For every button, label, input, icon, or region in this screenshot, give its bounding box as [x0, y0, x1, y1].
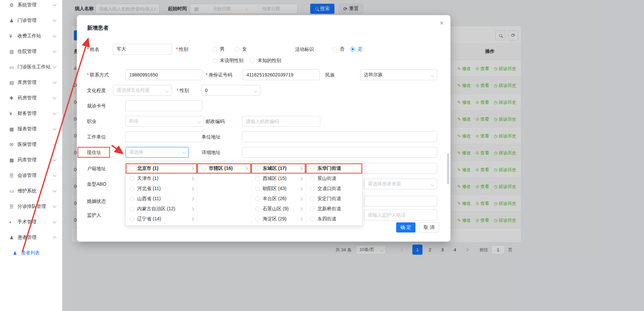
radio-icon [130, 176, 135, 181]
unit-address-input[interactable] [242, 131, 437, 142]
cascader-option-chaoyang[interactable]: 朝阳区 (43) [251, 184, 306, 194]
chevron-down-icon [53, 49, 56, 53]
cascader-option-andingmen[interactable]: 安定门街道 [306, 194, 362, 204]
radio-icon [235, 47, 239, 52]
sidebar-item-maintenance-system[interactable]: ▭ 维护系统 [0, 183, 62, 199]
sidebar-item-label: 门诊管理 [18, 18, 53, 24]
sidebar-item-system-management[interactable]: ⚙ 系统管理 [0, 0, 62, 13]
marital-right-input[interactable] [364, 196, 437, 207]
cascader-option-tianjin[interactable]: 天津市 (1) [126, 174, 197, 184]
patient-source-select[interactable]: 请选择患者来源 [364, 179, 437, 189]
sidebar-item-inpatient-management[interactable]: ▥ 住院管理 [0, 44, 62, 59]
sidebar-item-surgery-management[interactable]: ▪ 手术管理 [0, 214, 62, 230]
chevron-down-icon [166, 89, 169, 93]
household-address-label: 户籍地址 [87, 163, 106, 174]
id-number-input[interactable] [243, 69, 320, 80]
bar-chart-icon: ▥ [9, 49, 18, 54]
sidebar-item-label: 系统管理 [18, 2, 53, 8]
cascader-option-beijing[interactable]: 北京市 (1) [126, 163, 197, 174]
cascader-option-dongcheng[interactable]: 东城区 (17) [251, 163, 306, 174]
cascader-option-donghuamen[interactable]: 东华门街道 [306, 163, 362, 174]
yen-icon: ¥ [9, 111, 18, 116]
active-flag-radio-group: 否 是 [332, 44, 362, 55]
gender-radio-female[interactable]: 女 [235, 46, 247, 52]
cascader-option-beixinqiao[interactable]: 北新桥街道 [306, 204, 362, 214]
sidebar-item-triage-queue-management[interactable]: ☰ 分诊排队管理 [0, 199, 62, 214]
chevron-down-icon [53, 111, 56, 115]
cascader-option-dongsi[interactable]: 东四街道 [306, 214, 362, 224]
sidebar-item-consultation-management[interactable]: ☰ 会诊管理 [0, 168, 62, 183]
gender-radio-unstated[interactable]: 未说明性别 [212, 58, 243, 64]
cancel-button[interactable]: 取 消 [419, 222, 439, 232]
chevron-right-icon [191, 177, 194, 180]
sidebar-item-label: 会诊管理 [18, 173, 53, 179]
sidebar-item-report-management[interactable]: ▦ 报表管理 [0, 121, 62, 137]
cascader-option-shixiaqu[interactable]: 市辖区 (16) [197, 163, 251, 174]
occupation-select[interactable]: 职业 [125, 116, 204, 127]
sidebar: ⚙ 系统管理 ♟ 门诊管理 ¥ 收费工作站 ▥ 住院管理 ▭ 门诊医生工作站 ▤… [0, 0, 62, 311]
contact-input[interactable] [125, 69, 202, 80]
sidebar-item-outpatient-doctor-workstation[interactable]: ▭ 门诊医生工作站 [0, 59, 62, 75]
yen-icon: ¥ [9, 33, 18, 39]
gender-radio-male[interactable]: 男 [212, 46, 225, 52]
sidebar-menu: ⚙ 系统管理 ♟ 门诊管理 ¥ 收费工作站 ▥ 住院管理 ▭ 门诊医生工作站 ▤… [0, 0, 62, 261]
sidebar-item-label: 患者管理 [18, 235, 53, 241]
confirm-button[interactable]: 确 定 [396, 222, 415, 232]
radio-icon [130, 196, 135, 201]
detail-address-input[interactable] [242, 147, 437, 158]
cascader-option-neimenggu[interactable]: 内蒙古自治区 (12) [126, 204, 197, 214]
cascader-option-haidian[interactable]: 海淀区 (29) [251, 214, 306, 224]
cascader-option-fengtai[interactable]: 丰台区 (26) [251, 194, 306, 204]
sidebar-item-label: 报表管理 [18, 126, 53, 132]
active-flag-radio-yes[interactable]: 是 [350, 46, 362, 52]
chevron-down-icon [53, 95, 56, 99]
modal-scrollbar[interactable] [447, 153, 449, 184]
radio-icon [255, 166, 260, 171]
sidebar-item-pharmacy-management[interactable]: ✚ 药房管理 [0, 90, 62, 106]
education-label: 文化程度 [87, 85, 106, 96]
people-icon: ♟ [9, 18, 18, 23]
work-unit-input[interactable] [125, 131, 204, 142]
required-star: * [177, 88, 178, 93]
close-icon[interactable]: × [440, 19, 444, 27]
active-flag-radio-no[interactable]: 否 [332, 46, 344, 52]
guardian-label: 监护人 [87, 210, 101, 220]
sidebar-item-insurance-management[interactable]: ✉ 医保管理 [0, 137, 62, 152]
radio-icon [255, 196, 260, 201]
occupation-placeholder: 职业 [129, 118, 139, 124]
gender-radio-group-extra: 未说明性别 未知的性别 [212, 55, 281, 66]
radio-icon [310, 217, 315, 221]
cascader-option-jiaodaokou[interactable]: 交道口街道 [306, 184, 362, 194]
sidebar-item-finance-management[interactable]: ¥ 财务管理 [0, 106, 62, 121]
cascader-option-shanxi[interactable]: 山西省 (11) [126, 194, 197, 204]
gender-radio-unknown[interactable]: 未知的性别 [250, 58, 281, 64]
current-address-select[interactable]: 请选择 [125, 147, 189, 158]
occupation-label: 职业 [87, 116, 96, 127]
cascader-option-xicheng[interactable]: 西城区 (15) [251, 174, 306, 184]
chevron-down-icon [53, 173, 56, 177]
gender2-select[interactable]: 0 [201, 85, 260, 96]
sidebar-item-warehouse-management[interactable]: ▤ 库房管理 [0, 75, 62, 90]
nation-select[interactable]: 达斡尔族 [360, 69, 437, 80]
unit-address-label: 单位地址 [202, 131, 221, 142]
name-input[interactable] [113, 44, 172, 55]
sidebar-item-label: 门诊医生工作站 [18, 64, 53, 70]
postcode-input[interactable] [242, 116, 320, 127]
sidebar-item-label: 财务管理 [18, 111, 53, 117]
sidebar-item-outpatient-management[interactable]: ♟ 门诊管理 [0, 13, 62, 28]
sidebar-item-patient-management[interactable]: ♟ 患者管理 [0, 230, 62, 245]
sidebar-item-patient-list[interactable]: ♟ 患者列表 [0, 245, 62, 261]
cascader-option-liaoning[interactable]: 辽宁省 (14) [126, 214, 197, 224]
cascader-street-column: 东华门街道 景山街道 交道口街道 安定门街道 北新桥街道 东四街道 [306, 161, 362, 225]
cascader-option-hebei[interactable]: 河北省 (11) [126, 184, 197, 194]
sidebar-item-drug-storage-management[interactable]: ▩ 药库管理 [0, 152, 62, 168]
card-no-input[interactable] [125, 100, 202, 111]
sidebar-item-label: 库房管理 [18, 80, 53, 86]
required-star: * [87, 46, 89, 52]
sidebar-subitem-label: 患者列表 [21, 250, 56, 256]
cascader-option-jingshan[interactable]: 景山街道 [306, 174, 362, 184]
sidebar-item-charging-workstation[interactable]: ¥ 收费工作站 [0, 28, 62, 44]
cascader-option-shijingshan[interactable]: 石景山区 (9) [251, 204, 306, 214]
guardian-phone-input[interactable] [364, 210, 437, 220]
education-select[interactable]: 请选择文化程度 [113, 85, 172, 96]
